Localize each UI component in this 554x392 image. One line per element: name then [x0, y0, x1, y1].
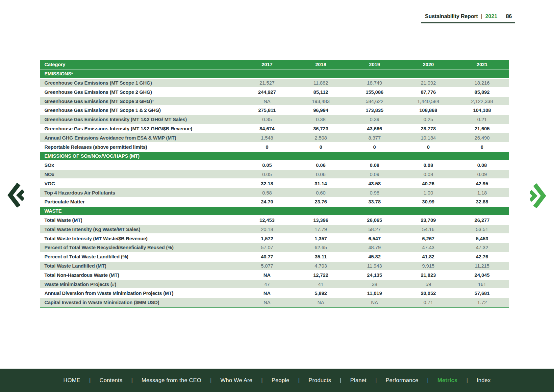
table-row: Total Waste Intensity (MT Waste/$B Reven…	[40, 234, 509, 243]
nav-item-home[interactable]: HOME	[63, 377, 81, 384]
cell-value: 32.18	[240, 181, 294, 186]
cell-value: 2,122,338	[455, 99, 509, 104]
cell-value: 244,927	[240, 90, 294, 94]
cell-value: 0.08	[348, 163, 401, 168]
double-chevron-right-button[interactable]	[530, 182, 547, 209]
cell-value: 1,572	[240, 236, 294, 241]
nav-item-index[interactable]: Index	[477, 377, 491, 384]
double-chevron-left-icon	[7, 205, 24, 210]
cell-value: 59	[401, 282, 455, 287]
cell-value: 0.08	[455, 163, 509, 168]
nav-item-people[interactable]: People	[271, 377, 289, 384]
cell-value: 0.06	[294, 172, 347, 177]
cell-value: 20.18	[240, 227, 294, 232]
column-header-2021: 2021	[455, 62, 509, 67]
cell-value: 21,527	[240, 80, 294, 85]
cell-value: 275,811	[240, 108, 294, 113]
column-header-2020: 2020	[401, 62, 455, 67]
column-header-category: Category	[40, 62, 240, 67]
cell-value: 1,548	[240, 135, 294, 140]
cell-value: 41	[294, 282, 347, 287]
cell-value: 18,216	[455, 80, 509, 85]
row-label: Greenhouse Gas Emissions Intensity (MT 1…	[40, 126, 240, 131]
nav-item-contents[interactable]: Contents	[100, 377, 123, 384]
cell-value: 9,915	[401, 263, 455, 268]
cell-value: 0.05	[240, 163, 294, 168]
cell-value: 18,749	[348, 80, 401, 85]
cell-value: 5,892	[294, 291, 347, 296]
cell-value: 53.51	[455, 227, 509, 232]
cell-value: 0.05	[240, 172, 294, 177]
cell-value: 0	[455, 144, 509, 149]
cell-value: 12,722	[294, 273, 347, 277]
nav-item-who-we-are[interactable]: Who We Are	[220, 377, 252, 384]
table-bottom-border	[40, 307, 509, 308]
cell-value: 584,622	[348, 99, 401, 104]
cell-value: 43.58	[348, 181, 401, 186]
table-row: Annual GHG Emissions Avoidance from ESA …	[40, 133, 509, 142]
section-header-label: EMISSIONS¹	[40, 71, 509, 76]
cell-value: NA	[348, 300, 401, 305]
column-header-2019: 2019	[348, 62, 401, 67]
row-label: Total Waste Landfilled (MT)	[40, 263, 240, 268]
nav-item-message-from-the-ceo[interactable]: Message from the CEO	[141, 377, 201, 384]
section-header-row: EMISSIONS OF SOx/NOx/VOC/HAPS (MT)	[40, 152, 509, 160]
section-header-row: EMISSIONS¹	[40, 69, 509, 78]
cell-value: 26,490	[455, 135, 509, 140]
cell-value: 0.09	[348, 172, 401, 177]
nav-item-products[interactable]: Products	[309, 377, 331, 384]
cell-value: NA	[294, 300, 347, 305]
cell-value: 1,440,584	[401, 99, 455, 104]
table-row: Waste Minimization Projects (#)474138591…	[40, 280, 509, 288]
cell-value: 17.79	[294, 227, 347, 232]
cell-value: 5,453	[455, 236, 509, 241]
row-label: Greenhouse Gas Emissions (MT Scope 1 GHG…	[40, 80, 240, 85]
column-header-2018: 2018	[294, 62, 347, 67]
cell-value: 24,045	[455, 273, 509, 277]
section-header-row: WASTE	[40, 207, 509, 215]
cell-value: 21,605	[455, 126, 509, 131]
row-label: Waste Minimization Projects (#)	[40, 282, 240, 287]
cell-value: 1.00	[401, 190, 455, 195]
cell-value: 21,823	[401, 273, 455, 277]
table-row: Greenhouse Gas Emissions (MT Scope 2 GHG…	[40, 88, 509, 96]
cell-value: 13,396	[294, 218, 347, 222]
cell-value: 48.79	[348, 245, 401, 250]
cell-value: 96,994	[294, 108, 347, 113]
cell-value: 0.25	[401, 117, 455, 122]
cell-value: 0.71	[401, 300, 455, 305]
report-year: 2021	[485, 13, 497, 19]
previous-page-button[interactable]	[7, 182, 24, 209]
table-row: Top 4 Hazardous Air Pollutants0.580.600.…	[40, 188, 509, 197]
table-row: Greenhouse Gas Emissions (MT Scope 1 GHG…	[40, 79, 509, 87]
cell-value: 11,882	[294, 80, 347, 85]
cell-value: 0.21	[455, 117, 509, 122]
cell-value: 84,674	[240, 126, 294, 131]
header-separator: |	[481, 13, 482, 19]
cell-value: 0.08	[401, 172, 455, 177]
nav-item-planet[interactable]: Planet	[350, 377, 366, 384]
table-row: Total Waste (MT)12,45313,39626,06523,709…	[40, 216, 509, 224]
section-header-label: EMISSIONS OF SOx/NOx/VOC/HAPS (MT)	[40, 153, 509, 158]
nav-item-metrics[interactable]: Metrics	[438, 377, 458, 384]
cell-value: 6,547	[348, 236, 401, 241]
cell-value: 161	[455, 282, 509, 287]
page-number: 86	[506, 13, 512, 19]
cell-value: 0.39	[348, 117, 401, 122]
row-label: SOx	[40, 163, 240, 168]
cell-value: 43,666	[348, 126, 401, 131]
cell-value: 0.98	[348, 190, 401, 195]
cell-value: 41.82	[401, 254, 455, 259]
cell-value: 57.07	[240, 245, 294, 250]
nav-separator: |	[375, 378, 377, 383]
cell-value: 10,184	[401, 135, 455, 140]
cell-value: 8,377	[348, 135, 401, 140]
cell-value: 26,277	[455, 218, 509, 222]
table-row: Greenhouse Gas Emissions (MT Scope 3 GHG…	[40, 97, 509, 105]
cell-value: 0	[401, 144, 455, 149]
cell-value: 26,065	[348, 218, 401, 222]
table-row: Percent of Total Waste Recycled/Benefici…	[40, 243, 509, 252]
cell-value: 35.11	[294, 254, 347, 259]
bottom-nav: HOME|Contents|Message from the CEO|Who W…	[0, 369, 554, 392]
nav-item-performance[interactable]: Performance	[386, 377, 418, 384]
